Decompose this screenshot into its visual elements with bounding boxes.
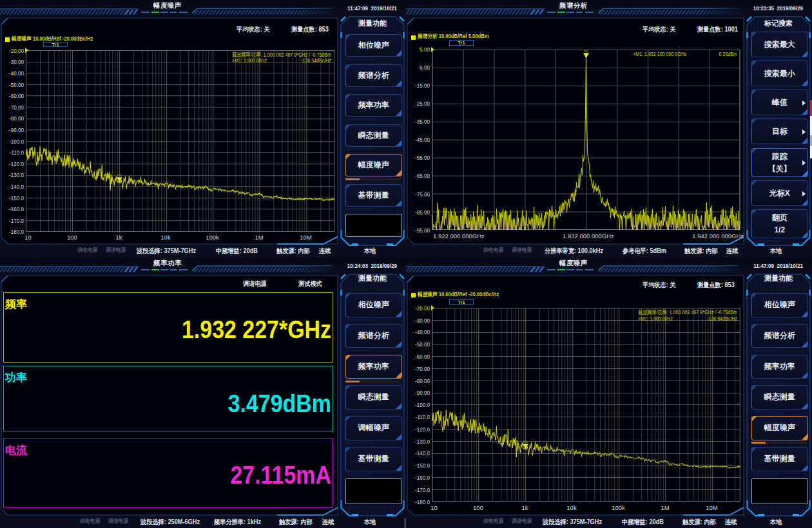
svg-text:M1: M1 bbox=[583, 50, 588, 53]
svg-text:M1: M1 bbox=[117, 173, 121, 177]
svg-text:M1: M1 bbox=[523, 440, 527, 444]
